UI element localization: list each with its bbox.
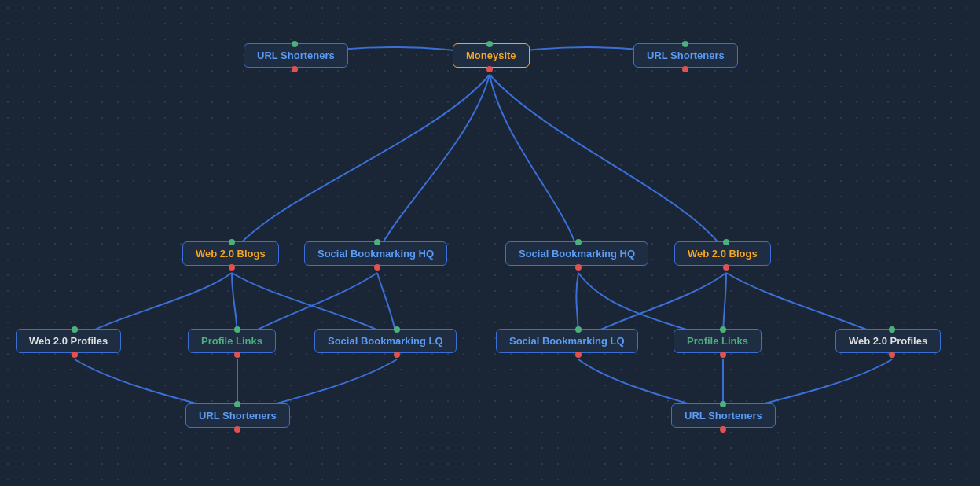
dot-profile-right-top — [720, 326, 726, 333]
node-social-lq-left[interactable]: Social Bookmarking LQ — [314, 329, 457, 353]
dot-url-top-right-bottom — [682, 66, 688, 72]
node-label: URL Shorteners — [199, 410, 277, 422]
node-web20profiles-left[interactable]: Web 2.0 Profiles — [16, 329, 121, 353]
node-label: URL Shorteners — [647, 50, 725, 61]
dot-social-hq-left-top — [374, 239, 380, 245]
dot-web20profiles-right-bottom — [889, 352, 895, 358]
node-web20blogs-right[interactable]: Web 2.0 Blogs — [674, 241, 771, 266]
dot-social-lq-right-top — [575, 326, 582, 333]
node-social-lq-right[interactable]: Social Bookmarking LQ — [496, 329, 638, 353]
node-web20profiles-right[interactable]: Web 2.0 Profiles — [835, 329, 941, 353]
dot-web20blogs-left-bottom — [229, 264, 235, 271]
node-label: Profile Links — [687, 335, 748, 347]
dot-social-lq-right-bottom — [575, 352, 582, 358]
dot-url-top-right-top — [682, 41, 688, 47]
dot-social-hq-left-bottom — [374, 264, 380, 271]
node-label: Social Bookmarking LQ — [509, 335, 625, 347]
node-label: URL Shorteners — [685, 410, 762, 422]
dot-web20blogs-left-top — [229, 239, 235, 245]
node-label: Web 2.0 Profiles — [849, 335, 927, 347]
dot-url-top-left-bottom — [292, 66, 298, 72]
node-label: Social Bookmarking LQ — [328, 335, 443, 347]
dot-web20blogs-right-top — [723, 239, 729, 245]
node-label: Moneysite — [466, 50, 516, 61]
dot-social-hq-right-bottom — [575, 264, 582, 271]
node-label: Social Bookmarking HQ — [317, 248, 434, 260]
dot-url-top-left-top — [292, 41, 298, 47]
node-profile-links-right[interactable]: Profile Links — [674, 329, 762, 353]
node-label: Web 2.0 Blogs — [196, 248, 266, 260]
connection-lines — [0, 0, 980, 486]
dot-moneysite-top — [486, 41, 493, 47]
dot-profile-left-bottom — [234, 352, 240, 358]
dot-url-bottom-right-top — [720, 401, 726, 407]
node-label: Web 2.0 Profiles — [29, 335, 108, 347]
node-label: Web 2.0 Blogs — [688, 248, 758, 260]
dot-social-hq-right-top — [575, 239, 582, 245]
dot-moneysite-bottom — [486, 66, 493, 72]
node-label: URL Shorteners — [257, 50, 335, 61]
dot-profile-left-top — [234, 326, 240, 333]
dot-url-bottom-left-bottom — [234, 426, 240, 433]
node-label: Profile Links — [201, 335, 262, 347]
node-label: Social Bookmarking HQ — [519, 248, 635, 260]
dot-web20profiles-left-top — [72, 326, 78, 333]
dot-web20blogs-right-bottom — [723, 264, 729, 271]
dot-social-lq-left-top — [394, 326, 400, 333]
node-profile-links-left[interactable]: Profile Links — [188, 329, 276, 353]
dot-url-bottom-left-top — [234, 401, 240, 407]
node-moneysite[interactable]: Moneysite — [453, 43, 530, 68]
dot-social-lq-left-bottom — [394, 352, 400, 358]
dot-web20profiles-right-top — [889, 326, 895, 333]
dot-web20profiles-left-bottom — [72, 352, 78, 358]
dot-profile-right-bottom — [720, 352, 726, 358]
dot-url-bottom-right-bottom — [720, 426, 726, 433]
